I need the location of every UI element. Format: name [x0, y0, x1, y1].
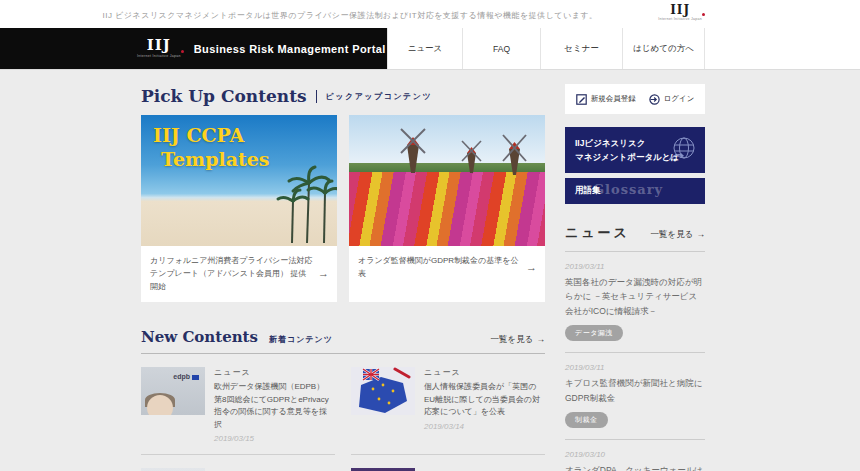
- nav-item-news[interactable]: ニュース: [387, 28, 462, 69]
- tulip-field-graphic: [349, 172, 545, 246]
- sidebar-news-title: ニュース: [565, 224, 630, 242]
- tulip-windmill-image: [349, 115, 545, 246]
- news-date: 2019/03/10: [565, 450, 705, 459]
- new-content-item-cnil[interactable]: ニュース フランスCNIL、カード支払のガイドラインを公表 2019/03/12: [141, 455, 335, 471]
- news-tag-badge[interactable]: データ漏洩: [565, 325, 623, 341]
- pickup-heading: Pick Up Contents ピックアップコンテンツ: [141, 84, 545, 108]
- pickup-cards: IIJ CCPA Templates: [141, 115, 545, 302]
- site-title: Business Risk Management Portal: [194, 43, 386, 55]
- windmills-graphic: [349, 121, 545, 181]
- header: IIJ Internet Initiative Japan Business R…: [0, 28, 860, 70]
- register-pencil-icon: [576, 94, 587, 105]
- sidebar-news-heading: ニュース 一覧を見る→: [565, 224, 705, 242]
- new-contents-heading: New Contents 新着コンテンツ 一覧を見る→: [141, 328, 545, 346]
- logo-red-dot: [702, 13, 705, 16]
- arrow-right-icon: →: [318, 265, 329, 283]
- news-date: 2019/03/11: [565, 363, 705, 372]
- news-view-all-link[interactable]: 一覧を見る→: [651, 229, 705, 241]
- news-date: 2019/03/11: [565, 262, 705, 271]
- news-item[interactable]: 2019/03/11 英国各社のデータ漏洩時の対応が明らかに －英セキュリティサ…: [565, 252, 705, 353]
- ccpa-beach-image: IIJ CCPA Templates: [141, 115, 337, 246]
- glossary-watermark: Glossary: [593, 182, 663, 197]
- eu-flag-icon: [192, 375, 199, 380]
- item-date: 2019/03/15: [214, 434, 331, 443]
- main-column: Pick Up Contents ピックアップコンテンツ IIJ CCPA Te…: [141, 84, 545, 471]
- sidebar: 新規会員登録 ログイン IIJビジネスリスク: [565, 84, 705, 471]
- pickup-card-gdpr[interactable]: オランダ監督機関がGDPR制裁金の基準を公表 →: [349, 115, 545, 302]
- arrow-right-icon: →: [537, 334, 546, 344]
- globe-chart-icon: [665, 134, 699, 166]
- nav-item-faq[interactable]: FAQ: [462, 28, 540, 69]
- register-button[interactable]: 新規会員登録: [576, 94, 636, 105]
- new-contents-title-en: New Contents: [141, 328, 258, 346]
- nav-item-beginners[interactable]: はじめての方へ: [622, 28, 705, 69]
- iij-logo-mark: IIJ: [658, 4, 702, 16]
- palm-trees-graphic: [247, 143, 337, 246]
- news-text: キプロス監督機関が新聞社と病院にGDPR制裁金: [565, 376, 705, 405]
- item-category: ニュース: [214, 367, 331, 378]
- news-item[interactable]: 2019/03/11 キプロス監督機関が新聞社と病院にGDPR制裁金 制裁金: [565, 353, 705, 440]
- new-content-item-edpb[interactable]: edpb ニュース 欧州データ保護機関（EDPB）第8回総会にてGDPRとePr…: [141, 354, 335, 455]
- about-portal-banner[interactable]: IIJビジネスリスク マネジメントポータルとは: [565, 127, 705, 173]
- glossary-banner[interactable]: Glossary 用語集: [565, 178, 705, 204]
- news-tag-badge[interactable]: 制裁金: [565, 412, 608, 428]
- edpb-logo-text: edpb: [173, 373, 199, 380]
- edpb-thumbnail: edpb: [141, 367, 205, 415]
- item-category: ニュース: [424, 367, 541, 378]
- account-box: 新規会員登録 ログイン: [565, 84, 705, 114]
- pickup-card-caption: オランダ監督機関がGDPR制裁金の基準を公表 →: [349, 246, 545, 290]
- news-item[interactable]: 2019/03/10 オランダDPA、クッキーウォールはGDPR違反との方針 C…: [565, 440, 705, 471]
- nav-item-seminar[interactable]: セミナー: [540, 28, 622, 69]
- item-title: 欧州データ保護機関（EDPB）第8回総会にてGDPRとePrivacy指令の関係…: [214, 381, 331, 431]
- main-nav: ニュース FAQ セミナー はじめての方へ: [387, 28, 705, 69]
- news-text: オランダDPA、クッキーウォールはGDPR違反との方針: [565, 463, 705, 471]
- item-date: 2019/03/14: [424, 422, 541, 431]
- brexit-map-thumbnail: [351, 367, 415, 415]
- site-logo: IIJ Internet Initiative Japan: [137, 38, 181, 59]
- photo-figure: [147, 395, 173, 415]
- logo-red-dot: [181, 50, 184, 53]
- pickup-title-ja: ピックアップコンテンツ: [326, 91, 433, 102]
- brexit-graphic: [351, 367, 415, 415]
- site-logo-mark: IIJ: [137, 38, 181, 53]
- iij-corporate-logo[interactable]: IIJ Internet Initiative Japan: [658, 4, 702, 22]
- new-content-item-hongkong[interactable]: ニュース 香港のプライバシーコミッショナー、個人データ保持期間に注意喚起: [351, 455, 545, 471]
- login-icon: [649, 94, 660, 105]
- content-area: Pick Up Contents ピックアップコンテンツ IIJ CCPA Te…: [141, 84, 705, 471]
- heading-divider: [316, 90, 317, 103]
- header-brand[interactable]: IIJ Internet Initiative Japan Business R…: [0, 28, 387, 69]
- arrow-right-icon: →: [526, 259, 537, 277]
- new-contents-view-all-link[interactable]: 一覧を見る→: [491, 334, 545, 346]
- site-logo-subtext: Internet Initiative Japan: [137, 55, 181, 59]
- new-contents-grid: edpb ニュース 欧州データ保護機関（EDPB）第8回総会にてGDPRとePr…: [141, 354, 545, 471]
- arrow-right-icon: →: [697, 229, 706, 239]
- login-button[interactable]: ログイン: [649, 94, 695, 105]
- new-content-item-brexit[interactable]: ニュース 個人情報保護委員会が「英国のEU離脱に際しての当委員会の対応案について…: [351, 354, 545, 455]
- news-text: 英国各社のデータ漏洩時の対応が明らかに －英セキュリティサービス会社がICOに情…: [565, 275, 705, 318]
- top-bar: IIJ ビジネスリスクマネジメントポータルは世界のプライバシー保護法制およびIT…: [0, 0, 860, 28]
- pickup-title-en: Pick Up Contents: [141, 86, 307, 106]
- sidebar-news-section: ニュース 一覧を見る→ 2019/03/11 英国各社のデータ漏洩時の対応が明ら…: [565, 224, 705, 471]
- new-contents-title-ja: 新着コンテンツ: [269, 334, 333, 345]
- pickup-card-ccpa[interactable]: IIJ CCPA Templates: [141, 115, 337, 302]
- site-description: IIJ ビジネスリスクマネジメントポータルは世界のプライバシー保護法制およびIT…: [0, 10, 700, 21]
- iij-logo-subtext: Internet Initiative Japan: [658, 18, 702, 22]
- item-title: 個人情報保護委員会が「英国のEU離脱に際しての当委員会の対応案について」を公表: [424, 381, 541, 418]
- pickup-card-caption: カリフォルニア州消費者プライバシー法対応テンプレート（アドバンスト会員用） 提供…: [141, 246, 337, 302]
